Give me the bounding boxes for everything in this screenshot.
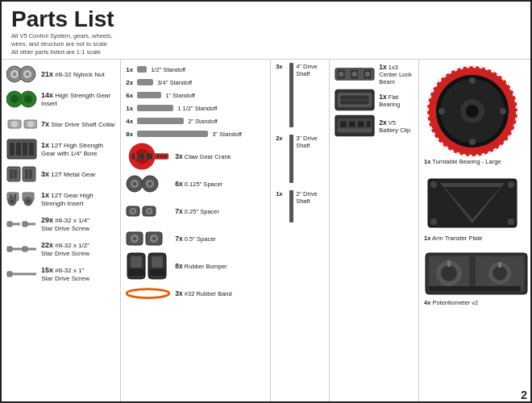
svg-rect-24 bbox=[29, 169, 32, 179]
svg-point-78 bbox=[127, 289, 169, 298]
svg-rect-73 bbox=[131, 256, 142, 268]
shaft-item: 2x 3" DriveShaft bbox=[276, 135, 324, 183]
arm-plate-icon bbox=[424, 175, 521, 231]
screw-long-icon bbox=[6, 263, 37, 285]
mid-column: 1x 1/2" Standoff 2x 3/4" Standoff 6x 1" … bbox=[121, 60, 271, 403]
left-column: 21x #8-32 Nylock Nut 14x High Strength bbox=[2, 60, 121, 403]
svg-rect-16 bbox=[16, 143, 21, 156]
svg-rect-21 bbox=[14, 169, 17, 179]
qty-screw-mid: 22x bbox=[41, 241, 53, 249]
qty-gear-hs-insert: 1x bbox=[41, 191, 49, 199]
svg-point-2 bbox=[13, 73, 17, 77]
screw-short-icon bbox=[6, 213, 37, 235]
svg-point-116 bbox=[508, 218, 514, 225]
svg-point-85 bbox=[365, 72, 370, 77]
arm-plate-label: 1x Arm Transfer Plate bbox=[424, 235, 529, 242]
potentiometer-icon bbox=[424, 251, 529, 296]
svg-rect-77 bbox=[148, 269, 166, 276]
svg-rect-121 bbox=[447, 260, 451, 267]
standoff-bar bbox=[137, 66, 147, 73]
standoff-row: 1x 1 1/2" Standoff bbox=[126, 102, 265, 114]
standoff-bar bbox=[137, 118, 184, 124]
list-item bbox=[424, 63, 529, 160]
svg-rect-42 bbox=[12, 273, 36, 276]
svg-rect-125 bbox=[498, 262, 501, 268]
svg-rect-23 bbox=[25, 169, 28, 179]
shaft-item: 1x 2" DriveShaft bbox=[276, 190, 324, 222]
rubber-band-icon bbox=[126, 280, 170, 306]
svg-point-109 bbox=[466, 105, 479, 118]
turntable-column: 1x Turntable Bearing - Large bbox=[419, 60, 532, 403]
name-collar: Star Drive Shaft Collar bbox=[51, 121, 115, 128]
svg-rect-20 bbox=[10, 169, 13, 179]
list-item: 1x 1x3 Center Lock Beam bbox=[335, 63, 414, 85]
name-nylock: #8-32 Nylock Nut bbox=[55, 71, 104, 78]
list-item: 3x 12T Metal Gear bbox=[6, 163, 115, 185]
battery-clip-icon bbox=[335, 114, 375, 137]
svg-rect-99 bbox=[367, 122, 371, 127]
page-number: 2 bbox=[521, 388, 527, 401]
standoff-row: 1x 1/2" Standoff bbox=[126, 63, 265, 76]
svg-rect-46 bbox=[135, 154, 138, 160]
svg-point-105 bbox=[500, 108, 506, 114]
qty-nylock: 21x bbox=[41, 70, 53, 78]
list-item bbox=[424, 251, 529, 296]
svg-point-71 bbox=[152, 237, 156, 241]
list-item: 2x V5 Battery Clip bbox=[335, 114, 414, 137]
list-item: 1x 12T High Strength Gear with 1/4" Bore bbox=[6, 138, 115, 160]
svg-point-32 bbox=[27, 200, 31, 204]
qty-metal-gear: 3x bbox=[41, 170, 49, 178]
list-item: 7x 0.5" Spacer bbox=[126, 226, 265, 251]
svg-rect-37 bbox=[7, 247, 12, 251]
svg-point-7 bbox=[10, 95, 19, 103]
hs-gear-icon bbox=[6, 138, 37, 160]
page-title: Parts List bbox=[11, 8, 524, 31]
list-item: 14x High Strength Gear Insert bbox=[6, 88, 115, 110]
list-item: 3x Claw Gear Crank bbox=[126, 143, 265, 169]
spacer-thin-icon bbox=[126, 171, 170, 197]
svg-point-56 bbox=[133, 182, 137, 186]
standoff-row: 4x 2" Standoff bbox=[126, 114, 265, 127]
svg-rect-126 bbox=[429, 286, 521, 291]
svg-rect-34 bbox=[12, 223, 20, 226]
svg-point-115 bbox=[430, 218, 437, 225]
svg-rect-17 bbox=[23, 143, 27, 156]
nylock-nut-icon bbox=[6, 63, 37, 85]
shaft-column: 3x 4" DriveShaft 2x 3" DriveShaft 1x 2" … bbox=[271, 60, 330, 403]
svg-point-104 bbox=[469, 77, 476, 84]
qty-gear-insert: 14x bbox=[41, 91, 53, 99]
flat-bearing-icon bbox=[335, 89, 375, 111]
standoff-bar bbox=[137, 131, 208, 137]
list-item: 6x 0.125" Spacer bbox=[126, 171, 265, 197]
shaft-collar-icon bbox=[6, 113, 37, 135]
svg-point-113 bbox=[430, 181, 437, 188]
svg-point-68 bbox=[133, 237, 137, 241]
standoff-bar bbox=[137, 92, 161, 98]
svg-rect-36 bbox=[27, 223, 35, 226]
shaft-bar-2in bbox=[289, 190, 293, 222]
list-item: 15x #8-32 x 1"Star Drive Screw bbox=[6, 263, 115, 285]
svg-point-83 bbox=[339, 72, 343, 77]
svg-rect-51 bbox=[157, 155, 160, 158]
svg-point-106 bbox=[469, 139, 476, 145]
spacer-mid-icon bbox=[126, 198, 170, 224]
svg-rect-52 bbox=[160, 155, 163, 158]
list-item: 3x #32 Rubber Band bbox=[126, 280, 265, 306]
svg-point-49 bbox=[139, 154, 145, 160]
svg-point-5 bbox=[26, 73, 30, 77]
standoff-row: 6x 1" Standoff bbox=[126, 89, 265, 102]
center-lock-beam-icon bbox=[335, 63, 375, 85]
list-item: 8x Rubber Bumper bbox=[126, 253, 265, 279]
name-hs-gear: 12T High Strength Gear with 1/4" Bore bbox=[41, 142, 103, 157]
svg-point-84 bbox=[352, 72, 357, 77]
page-subtitle: All V5 Control System, gears, wheels,wir… bbox=[11, 32, 189, 56]
qty-collar: 7x bbox=[41, 120, 49, 128]
shaft-bar-4in bbox=[289, 63, 293, 127]
svg-rect-15 bbox=[10, 143, 15, 156]
content-area: 21x #8-32 Nylock Nut 14x High Strength bbox=[2, 60, 532, 403]
list-item: 7x Star Drive Shaft Collar bbox=[6, 113, 115, 135]
shaft-item: 3x 4" DriveShaft bbox=[276, 63, 324, 127]
metal-gear-icon bbox=[6, 163, 37, 185]
svg-point-62 bbox=[131, 210, 135, 213]
svg-point-9 bbox=[24, 95, 32, 103]
